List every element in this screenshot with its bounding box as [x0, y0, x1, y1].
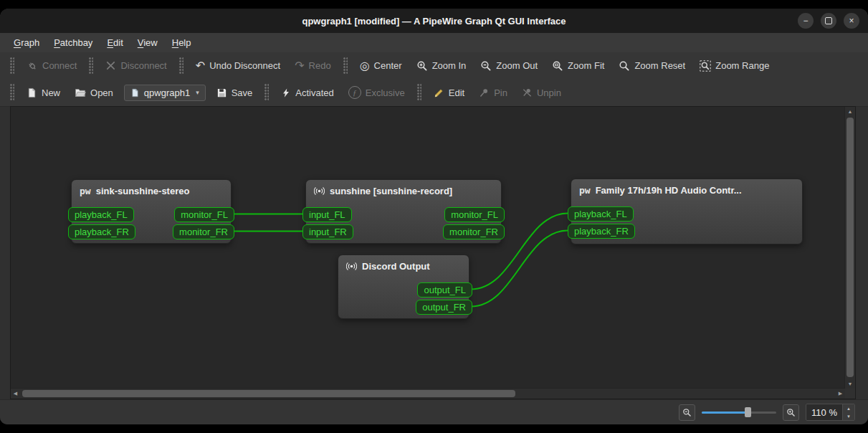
horizontal-scrollbar-thumb[interactable]	[22, 390, 515, 397]
pencil-icon	[434, 87, 444, 98]
open-button[interactable]: Open	[68, 83, 120, 102]
zoom-range-button[interactable]: Zoom Range	[693, 57, 776, 75]
file-toolbar: New Open qpwgraph1 ▾ Save Activated ƒ Ex…	[0, 79, 868, 107]
app-window: qpwgraph1 [modified] — A PipeWire Graph …	[0, 9, 868, 424]
zoom-out-small-button[interactable]	[679, 404, 695, 421]
spin-up-button[interactable]: ▲	[843, 404, 854, 412]
zoom-range-icon	[700, 60, 711, 72]
horizontal-scrollbar[interactable]: ◀ ▶	[11, 388, 845, 399]
pin-button[interactable]: Pin	[472, 84, 514, 102]
audio-port[interactable]: monitor_FL	[174, 207, 234, 222]
spin-down-button[interactable]: ▼	[843, 412, 854, 420]
audio-port[interactable]: output_FL	[417, 282, 472, 298]
maximize-button[interactable]	[821, 13, 836, 29]
node-sunshine-record[interactable]: sunshine [sunshine-record] input_FL inpu…	[305, 179, 502, 244]
zoom-slider[interactable]	[702, 406, 776, 418]
scroll-left-arrow[interactable]: ◀	[11, 389, 20, 399]
menu-patchbay[interactable]: Patchbay	[47, 35, 99, 50]
audio-port[interactable]: monitor_FR	[443, 224, 505, 239]
zoom-fit-button[interactable]: Zoom Fit	[545, 57, 611, 75]
center-icon: ◎	[360, 60, 370, 72]
zoom-in-icon	[786, 408, 796, 417]
disconnect-button[interactable]: Disconnect	[99, 57, 173, 75]
patchbay-document-icon	[130, 88, 140, 97]
pipewire-icon: pw	[80, 186, 91, 196]
audio-port[interactable]: monitor_FL	[444, 207, 505, 222]
scrollbar-corner	[845, 389, 855, 399]
graph-view: pw sink-sunshine-stereo playback_FL play…	[10, 106, 856, 399]
exclusive-toggle[interactable]: ƒ Exclusive	[342, 82, 411, 103]
open-label: Open	[90, 87, 113, 98]
audio-port[interactable]: playback_FR	[568, 224, 635, 239]
zoom-value[interactable]: 110 %	[806, 404, 842, 420]
undo-disconnect-button[interactable]: ↶ Undo Disconnect	[189, 57, 287, 75]
graph-toolbar: Connect Disconnect ↶ Undo Disconnect ↷ R…	[0, 52, 868, 80]
zoom-out-button[interactable]: Zoom Out	[474, 57, 544, 75]
zoom-spin-arrows: ▲ ▼	[842, 404, 854, 420]
zoom-reset-label: Zoom Reset	[634, 60, 685, 71]
menu-view[interactable]: View	[131, 35, 164, 50]
graph-canvas[interactable]: pw sink-sunshine-stereo playback_FL play…	[11, 107, 845, 389]
toolbar-separator	[179, 57, 183, 75]
scroll-up-arrow[interactable]: ▲	[845, 107, 855, 116]
zoom-fit-icon	[552, 60, 563, 72]
audio-port[interactable]: playback_FL	[568, 206, 634, 222]
save-label: Save	[232, 87, 253, 98]
menu-label-part: atchbay	[60, 37, 93, 48]
toolbar-handle[interactable]	[10, 84, 14, 101]
new-button[interactable]: New	[20, 84, 67, 102]
toolbar-separator	[89, 57, 93, 75]
connect-icon	[27, 60, 38, 72]
save-icon	[216, 87, 227, 98]
menubar: Graph Patchbay Edit View Help	[0, 33, 868, 53]
audio-port[interactable]: monitor_FR	[173, 224, 234, 239]
new-document-icon	[27, 87, 37, 98]
zoom-in-button[interactable]: Zoom In	[410, 57, 473, 75]
broadcast-icon	[314, 186, 325, 196]
zoom-spinbox[interactable]: 110 % ▲ ▼	[806, 404, 855, 421]
vertical-scrollbar-thumb[interactable]	[846, 118, 854, 377]
unpin-button[interactable]: Unpin	[515, 84, 568, 102]
node-family-hd-audio[interactable]: pw Family 17h/19h HD Audio Contr... play…	[571, 179, 803, 244]
scroll-right-arrow[interactable]: ▶	[836, 389, 845, 399]
connections-layer	[11, 107, 845, 389]
node-sink-sunshine-stereo[interactable]: pw sink-sunshine-stereo playback_FL play…	[71, 179, 232, 244]
audio-port[interactable]: output_FR	[416, 300, 472, 315]
zoom-in-small-button[interactable]	[783, 404, 799, 421]
activated-toggle[interactable]: Activated	[275, 84, 340, 102]
undo-disconnect-label: Undo Disconnect	[209, 60, 280, 71]
node-header: pw sink-sunshine-stereo	[72, 180, 231, 196]
new-label: New	[42, 87, 60, 98]
menu-edit[interactable]: Edit	[100, 35, 129, 50]
audio-port[interactable]: playback_FL	[68, 207, 134, 222]
node-header: sunshine [sunshine-record]	[306, 180, 501, 196]
audio-port[interactable]: playback_FR	[68, 224, 135, 239]
titlebar[interactable]: qpwgraph1 [modified] — A PipeWire Graph …	[0, 9, 868, 33]
menu-graph[interactable]: Graph	[7, 35, 46, 50]
menu-help[interactable]: Help	[166, 35, 198, 50]
edit-button[interactable]: Edit	[427, 84, 471, 102]
zoom-out-label: Zoom Out	[496, 60, 538, 71]
minimize-icon: −	[803, 16, 808, 25]
audio-port[interactable]: input_FL	[302, 207, 352, 222]
close-button[interactable]: ×	[844, 13, 859, 29]
exclusive-label: Exclusive	[366, 87, 405, 98]
zoom-reset-button[interactable]: Zoom Reset	[612, 57, 692, 75]
minimize-button[interactable]: −	[798, 13, 814, 29]
connect-button[interactable]: Connect	[20, 57, 83, 75]
node-header: pw Family 17h/19h HD Audio Contr...	[571, 179, 802, 196]
window-title: qpwgraph1 [modified] — A PipeWire Graph …	[302, 16, 566, 27]
activated-label: Activated	[295, 87, 333, 98]
redo-button[interactable]: ↷ Redo	[288, 57, 337, 75]
patchbay-select[interactable]: qpwgraph1 ▾	[124, 85, 206, 101]
zoom-slider-handle[interactable]	[745, 407, 751, 417]
zoom-fit-label: Zoom Fit	[568, 60, 604, 71]
scroll-down-arrow[interactable]: ▼	[845, 379, 855, 389]
center-button[interactable]: ◎ Center	[353, 57, 409, 75]
node-discord-output[interactable]: Discord Output output_FL output_FR	[338, 254, 469, 319]
audio-port[interactable]: input_FR	[302, 224, 353, 239]
vertical-scrollbar[interactable]: ▲ ▼	[844, 107, 855, 389]
toolbar-handle[interactable]	[10, 57, 14, 75]
menu-label-part: E	[107, 37, 113, 48]
save-button[interactable]: Save	[210, 84, 259, 102]
